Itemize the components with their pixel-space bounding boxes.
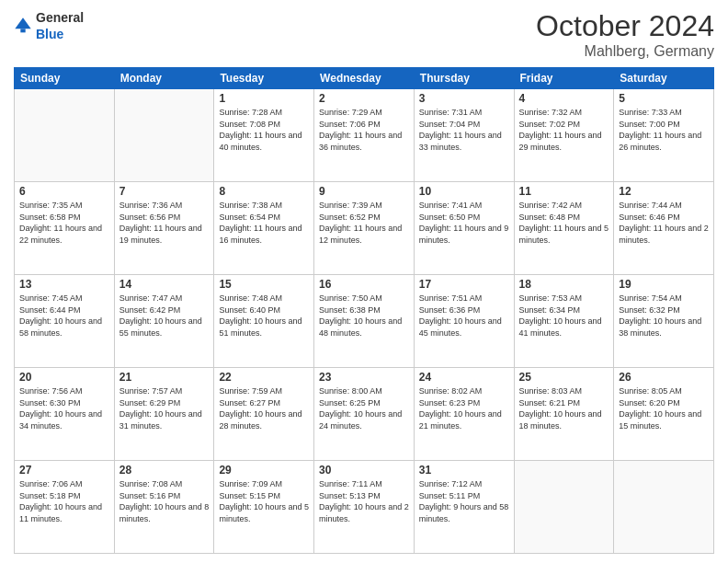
day-info: Sunrise: 8:03 AMSunset: 6:21 PMDaylight:… xyxy=(519,385,609,431)
day-info: Sunrise: 7:08 AMSunset: 5:16 PMDaylight:… xyxy=(119,478,210,524)
cal-cell xyxy=(15,89,115,182)
day-info: Sunrise: 7:53 AMSunset: 6:34 PMDaylight:… xyxy=(519,293,609,339)
logo: General Blue xyxy=(14,9,84,42)
day-number: 16 xyxy=(319,278,409,291)
day-number: 2 xyxy=(319,92,409,105)
day-info: Sunrise: 8:02 AMSunset: 6:23 PMDaylight:… xyxy=(419,385,509,431)
day-number: 17 xyxy=(419,278,509,291)
cal-cell: 4Sunrise: 7:32 AMSunset: 7:02 PMDaylight… xyxy=(514,89,614,182)
cal-cell: 8Sunrise: 7:38 AMSunset: 6:54 PMDaylight… xyxy=(214,182,314,275)
day-info: Sunrise: 7:36 AMSunset: 6:56 PMDaylight:… xyxy=(119,200,210,246)
day-number: 25 xyxy=(519,371,609,384)
day-info: Sunrise: 7:29 AMSunset: 7:06 PMDaylight:… xyxy=(319,107,409,153)
day-number: 7 xyxy=(119,185,210,198)
logo-icon xyxy=(14,17,32,35)
day-number: 27 xyxy=(19,464,109,477)
day-number: 1 xyxy=(219,92,309,105)
day-number: 11 xyxy=(519,185,609,198)
cal-cell: 6Sunrise: 7:35 AMSunset: 6:58 PMDaylight… xyxy=(15,182,115,275)
day-number: 10 xyxy=(419,185,509,198)
week-row-3: 13Sunrise: 7:45 AMSunset: 6:44 PMDayligh… xyxy=(15,275,714,368)
day-number: 23 xyxy=(319,371,409,384)
day-number: 12 xyxy=(619,185,709,198)
week-row-4: 20Sunrise: 7:56 AMSunset: 6:30 PMDayligh… xyxy=(15,368,714,461)
day-info: Sunrise: 7:35 AMSunset: 6:58 PMDaylight:… xyxy=(19,200,109,246)
day-number: 18 xyxy=(519,278,609,291)
day-number: 8 xyxy=(219,185,309,198)
cal-cell xyxy=(614,461,714,554)
cal-cell: 27Sunrise: 7:06 AMSunset: 5:18 PMDayligh… xyxy=(15,461,115,554)
cal-cell: 13Sunrise: 7:45 AMSunset: 6:44 PMDayligh… xyxy=(15,275,115,368)
day-info: Sunrise: 7:51 AMSunset: 6:36 PMDaylight:… xyxy=(419,293,509,339)
header: General Blue October 2024 Mahlberg, Germ… xyxy=(14,9,714,60)
day-number: 15 xyxy=(219,278,309,291)
day-number: 24 xyxy=(419,371,509,384)
week-row-2: 6Sunrise: 7:35 AMSunset: 6:58 PMDaylight… xyxy=(15,182,714,275)
cal-cell: 10Sunrise: 7:41 AMSunset: 6:50 PMDayligh… xyxy=(414,182,514,275)
cal-cell: 29Sunrise: 7:09 AMSunset: 5:15 PMDayligh… xyxy=(214,461,314,554)
day-header-friday: Friday xyxy=(514,68,614,89)
cal-cell: 5Sunrise: 7:33 AMSunset: 7:00 PMDaylight… xyxy=(614,89,714,182)
day-number: 29 xyxy=(219,464,309,477)
day-number: 13 xyxy=(19,278,109,291)
day-info: Sunrise: 8:05 AMSunset: 6:20 PMDaylight:… xyxy=(619,385,709,431)
cal-cell: 21Sunrise: 7:57 AMSunset: 6:29 PMDayligh… xyxy=(114,368,214,461)
cal-cell: 15Sunrise: 7:48 AMSunset: 6:40 PMDayligh… xyxy=(214,275,314,368)
title-section: October 2024 Mahlberg, Germany xyxy=(536,9,714,60)
day-info: Sunrise: 7:50 AMSunset: 6:38 PMDaylight:… xyxy=(319,293,409,339)
day-info: Sunrise: 7:11 AMSunset: 5:13 PMDaylight:… xyxy=(319,478,409,524)
day-number: 31 xyxy=(419,464,509,477)
cal-cell: 28Sunrise: 7:08 AMSunset: 5:16 PMDayligh… xyxy=(114,461,214,554)
cal-cell: 30Sunrise: 7:11 AMSunset: 5:13 PMDayligh… xyxy=(314,461,415,554)
cal-cell: 11Sunrise: 7:42 AMSunset: 6:48 PMDayligh… xyxy=(514,182,614,275)
day-number: 5 xyxy=(619,92,709,105)
cal-cell: 2Sunrise: 7:29 AMSunset: 7:06 PMDaylight… xyxy=(314,89,415,182)
day-number: 22 xyxy=(219,371,309,384)
day-number: 21 xyxy=(119,371,210,384)
cal-cell: 14Sunrise: 7:47 AMSunset: 6:42 PMDayligh… xyxy=(114,275,214,368)
week-row-5: 27Sunrise: 7:06 AMSunset: 5:18 PMDayligh… xyxy=(15,461,714,554)
cal-cell: 23Sunrise: 8:00 AMSunset: 6:25 PMDayligh… xyxy=(314,368,415,461)
cal-cell: 24Sunrise: 8:02 AMSunset: 6:23 PMDayligh… xyxy=(414,368,514,461)
day-number: 26 xyxy=(619,371,709,384)
cal-cell: 3Sunrise: 7:31 AMSunset: 7:04 PMDaylight… xyxy=(414,89,514,182)
day-number: 3 xyxy=(419,92,509,105)
cal-cell xyxy=(114,89,214,182)
cal-cell: 26Sunrise: 8:05 AMSunset: 6:20 PMDayligh… xyxy=(614,368,714,461)
svg-marker-0 xyxy=(15,17,30,29)
cal-cell: 12Sunrise: 7:44 AMSunset: 6:46 PMDayligh… xyxy=(614,182,714,275)
cal-cell: 7Sunrise: 7:36 AMSunset: 6:56 PMDaylight… xyxy=(114,182,214,275)
cal-cell xyxy=(514,461,614,554)
location: Mahlberg, Germany xyxy=(536,43,714,60)
cal-cell: 17Sunrise: 7:51 AMSunset: 6:36 PMDayligh… xyxy=(414,275,514,368)
day-info: Sunrise: 7:32 AMSunset: 7:02 PMDaylight:… xyxy=(519,107,609,153)
day-number: 30 xyxy=(319,464,409,477)
calendar-table: SundayMondayTuesdayWednesdayThursdayFrid… xyxy=(14,67,714,554)
day-number: 28 xyxy=(119,464,210,477)
day-info: Sunrise: 7:28 AMSunset: 7:08 PMDaylight:… xyxy=(219,107,309,153)
day-info: Sunrise: 7:06 AMSunset: 5:18 PMDaylight:… xyxy=(19,478,109,524)
calendar-page: General Blue October 2024 Mahlberg, Germ… xyxy=(0,0,728,563)
day-header-tuesday: Tuesday xyxy=(214,68,314,89)
day-number: 6 xyxy=(19,185,109,198)
day-info: Sunrise: 7:12 AMSunset: 5:11 PMDaylight:… xyxy=(419,478,509,524)
day-header-thursday: Thursday xyxy=(414,68,514,89)
cal-cell: 22Sunrise: 7:59 AMSunset: 6:27 PMDayligh… xyxy=(214,368,314,461)
day-number: 19 xyxy=(619,278,709,291)
day-info: Sunrise: 7:57 AMSunset: 6:29 PMDaylight:… xyxy=(119,385,210,431)
cal-cell: 19Sunrise: 7:54 AMSunset: 6:32 PMDayligh… xyxy=(614,275,714,368)
svg-rect-1 xyxy=(20,29,25,32)
day-info: Sunrise: 7:38 AMSunset: 6:54 PMDaylight:… xyxy=(219,200,309,246)
day-info: Sunrise: 7:33 AMSunset: 7:00 PMDaylight:… xyxy=(619,107,709,153)
day-header-monday: Monday xyxy=(114,68,214,89)
day-info: Sunrise: 7:09 AMSunset: 5:15 PMDaylight:… xyxy=(219,478,309,524)
day-info: Sunrise: 7:56 AMSunset: 6:30 PMDaylight:… xyxy=(19,385,109,431)
day-info: Sunrise: 7:41 AMSunset: 6:50 PMDaylight:… xyxy=(419,200,509,246)
day-number: 4 xyxy=(519,92,609,105)
cal-cell: 16Sunrise: 7:50 AMSunset: 6:38 PMDayligh… xyxy=(314,275,415,368)
day-info: Sunrise: 7:45 AMSunset: 6:44 PMDaylight:… xyxy=(19,293,109,339)
day-header-saturday: Saturday xyxy=(614,68,714,89)
day-info: Sunrise: 7:44 AMSunset: 6:46 PMDaylight:… xyxy=(619,200,709,246)
day-number: 20 xyxy=(19,371,109,384)
day-info: Sunrise: 7:59 AMSunset: 6:27 PMDaylight:… xyxy=(219,385,309,431)
